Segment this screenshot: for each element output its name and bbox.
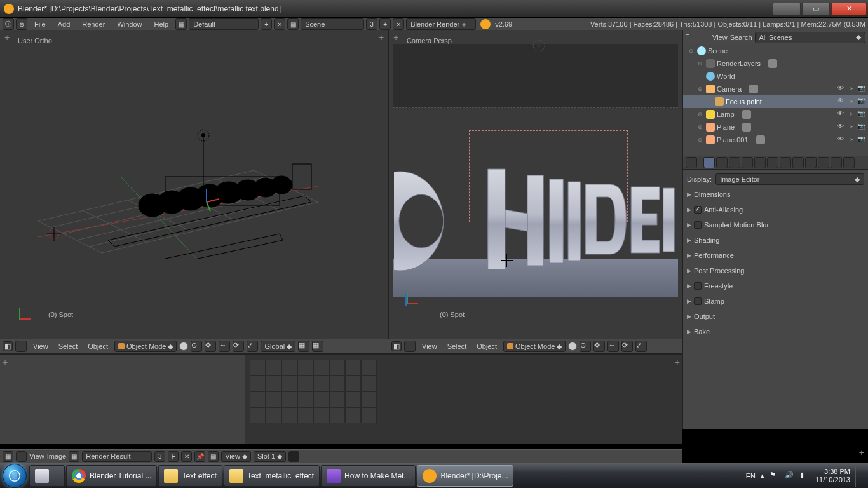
menu-select[interactable]: Select <box>55 342 82 350</box>
outliner-row[interactable]: ⊖ Scene <box>683 44 868 57</box>
tab-layers-icon[interactable] <box>716 157 728 168</box>
disclosure-icon[interactable]: ▶ <box>687 252 691 259</box>
eye-icon[interactable]: 👁 <box>836 110 845 119</box>
disclosure-icon[interactable]: ▶ <box>687 313 691 320</box>
system-tray[interactable]: EN ▴ ⚑ 🔊 ▮ 3:38 PM11/10/2013 <box>746 465 865 487</box>
menu-window[interactable]: Window <box>112 18 147 30</box>
panel-header[interactable]: ▶ Stamp <box>687 294 864 308</box>
clock[interactable]: 3:38 PM11/10/2013 <box>815 468 850 484</box>
scene-dropdown[interactable]: Scene <box>301 18 364 30</box>
taskbar-item[interactable]: Text_metallic_effect <box>224 465 320 487</box>
panel-header[interactable]: ▶ Output <box>687 309 864 323</box>
menu-view[interactable]: View <box>418 342 441 350</box>
taskbar-item[interactable]: Text effect <box>158 465 222 487</box>
tab-particles-icon[interactable] <box>831 157 842 168</box>
render-icon[interactable]: 📷 <box>857 135 865 144</box>
panel-header[interactable]: ▶ Freestyle <box>687 279 864 293</box>
tab-world-icon[interactable] <box>742 157 753 168</box>
panel-header[interactable]: ▶ Sampled Motion Blur <box>687 218 864 232</box>
manipulator-icon[interactable]: ✥ <box>205 341 216 352</box>
disclosure-icon[interactable]: ▶ <box>687 191 691 198</box>
tab-constraints-icon[interactable] <box>767 157 778 168</box>
display-dropdown[interactable]: Image Editor◆ <box>715 173 864 185</box>
add-scene-button[interactable]: + <box>379 18 391 30</box>
show-desktop-button[interactable] <box>855 465 860 487</box>
cursor-icon[interactable]: ▹ <box>846 97 855 106</box>
tab-modifiers-icon[interactable] <box>780 157 791 168</box>
region-toggle-icon[interactable]: + <box>377 33 386 42</box>
tab-object-icon[interactable] <box>754 157 766 168</box>
menu-select[interactable]: Select <box>444 342 471 350</box>
tray-chevron-icon[interactable]: ▴ <box>761 471 764 480</box>
panel-header[interactable]: ▶ Performance <box>687 248 864 262</box>
tab-data-icon[interactable] <box>792 157 804 168</box>
rotate-icon[interactable]: ⟳ <box>233 341 244 352</box>
tab-render-icon[interactable] <box>703 157 715 168</box>
expand-icon[interactable] <box>404 341 416 352</box>
disclosure-icon[interactable]: ▶ <box>687 222 691 228</box>
editor-type-icon[interactable]: ◧ <box>3 341 13 351</box>
disclosure-icon[interactable]: ▶ <box>687 329 691 335</box>
screen-browse-icon[interactable]: ▦ <box>175 18 187 30</box>
region-toggle-icon[interactable]: + <box>391 33 400 42</box>
mode-dropdown[interactable]: Object Mode◆ <box>114 341 177 352</box>
menu-image[interactable]: Image <box>47 452 67 460</box>
unlink-button[interactable]: ✕ <box>181 451 192 462</box>
volume-icon[interactable]: 🔊 <box>785 471 795 481</box>
eye-icon[interactable]: 👁 <box>836 123 845 132</box>
taskbar-item[interactable]: Blender Tutorial ... <box>66 465 157 487</box>
translate-icon[interactable]: ↔ <box>219 341 230 352</box>
network-icon[interactable]: ▮ <box>800 471 810 481</box>
expand-toggle-icon[interactable]: ⊕ <box>698 60 704 67</box>
view-browse-icon[interactable]: ▦ <box>208 451 219 462</box>
cursor-icon[interactable]: ▹ <box>846 123 855 132</box>
disclosure-icon[interactable]: ▶ <box>687 283 691 289</box>
shading-solid-icon[interactable] <box>179 342 188 351</box>
shading-solid-icon[interactable] <box>568 342 577 351</box>
fake-user-button[interactable]: F <box>168 451 179 462</box>
cursor-icon[interactable]: ▹ <box>846 85 855 93</box>
outliner-row[interactable]: ⊕ Plane.001 👁 ▹ 📷 <box>683 133 868 146</box>
outliner-row[interactable]: ⊕ Plane 👁 ▹ 📷 <box>683 121 868 133</box>
timeline-left[interactable]: + <box>0 355 245 444</box>
slot-dropdown[interactable]: Slot 1◆ <box>254 451 286 462</box>
taskbar-item[interactable] <box>29 465 65 487</box>
action-center-icon[interactable]: ⚑ <box>770 471 780 481</box>
panel-header[interactable]: ▶ Bake <box>687 325 864 339</box>
tab-physics-icon[interactable] <box>843 157 855 168</box>
outliner-row[interactable]: Focus point 👁 ▹ 📷 <box>683 95 868 108</box>
disclosure-icon[interactable]: ▶ <box>687 298 691 304</box>
pivot-icon[interactable]: ⊙ <box>580 341 591 352</box>
menu-view[interactable]: View <box>29 452 44 460</box>
editor-type-icon[interactable]: ◧ <box>391 341 402 351</box>
expand-toggle-icon[interactable]: ⊕ <box>698 137 704 143</box>
region-toggle-icon[interactable]: + <box>675 357 680 367</box>
menu-search[interactable]: Search <box>730 34 752 41</box>
panel-header[interactable]: ▶ Dimensions <box>687 187 864 201</box>
menu-object[interactable]: Object <box>473 342 501 350</box>
menu-file[interactable]: File <box>29 18 51 30</box>
region-toggle-icon[interactable]: + <box>3 357 8 367</box>
cursor-icon[interactable]: ▹ <box>846 135 855 144</box>
outliner-row[interactable]: ⊕ RenderLayers <box>683 57 868 70</box>
scale-icon[interactable]: ⤢ <box>247 341 258 352</box>
menu-add[interactable]: Add <box>53 18 76 30</box>
disclosure-icon[interactable]: ▶ <box>687 268 691 274</box>
layers-icon[interactable]: ▦ <box>298 341 309 352</box>
expand-toggle-icon[interactable]: ⊕ <box>698 111 704 118</box>
image-browse-icon[interactable]: ▦ <box>69 451 79 462</box>
cursor-icon[interactable]: ▹ <box>846 110 855 119</box>
render-engine-dropdown[interactable]: Blender Render◆ <box>406 18 476 30</box>
eye-icon[interactable]: 👁 <box>836 97 845 106</box>
scene-browse-icon[interactable]: ▦ <box>287 18 299 30</box>
render-icon[interactable]: 📷 <box>857 85 865 93</box>
expand-icon[interactable] <box>699 32 710 43</box>
rotate-icon[interactable]: ⟳ <box>621 341 633 352</box>
manipulator-icon[interactable]: ✥ <box>593 341 605 352</box>
close-button[interactable]: ✕ <box>831 3 867 15</box>
delete-screen-button[interactable]: ✕ <box>274 18 285 30</box>
eye-icon[interactable]: 👁 <box>836 135 845 144</box>
menu-object[interactable]: Object <box>84 342 112 350</box>
orientation-dropdown[interactable]: Global◆ <box>261 341 295 352</box>
render-icon[interactable]: 📷 <box>857 110 865 119</box>
